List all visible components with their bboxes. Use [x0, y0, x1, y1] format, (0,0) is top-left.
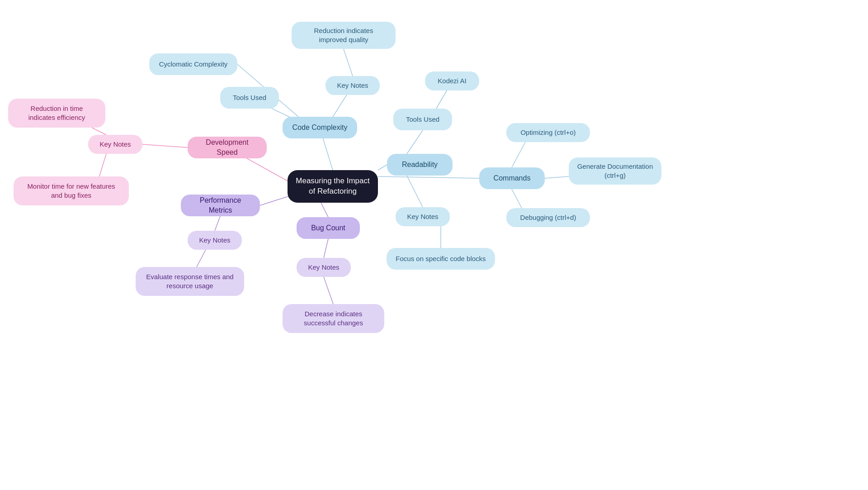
svg-line-4	[344, 49, 353, 76]
tools-used-blue: Tools Used	[220, 87, 279, 109]
decrease-changes: Decrease indicates successful changes	[283, 304, 384, 333]
svg-line-13	[324, 239, 328, 258]
svg-line-16	[407, 130, 423, 154]
optimizing: Optimizing (ctrl+o)	[506, 123, 590, 142]
svg-line-18	[407, 176, 423, 207]
performance-metrics: Performance Metrics	[181, 195, 260, 216]
svg-line-12	[321, 203, 328, 217]
commands: Commands	[479, 167, 545, 189]
cyclomatic-complexity: Cyclomatic Complexity	[149, 53, 237, 75]
key-notes-purple: Key Notes	[188, 231, 242, 250]
kodezi-ai: Kodezi AI	[425, 71, 479, 90]
svg-line-10	[215, 216, 220, 231]
evaluate-response: Evaluate response times and resource usa…	[136, 267, 244, 296]
key-notes-pink: Key Notes	[88, 135, 142, 154]
svg-line-11	[197, 250, 206, 267]
readability: Readability	[387, 154, 453, 176]
svg-line-22	[545, 176, 569, 178]
code-complexity: Code Complexity	[283, 117, 357, 138]
reduction-efficiency: Reduction in time indicates efficiency	[8, 99, 105, 128]
svg-line-14	[324, 277, 333, 304]
svg-line-7	[92, 128, 106, 135]
reduction-quality: Reduction indicates improved quality	[292, 22, 396, 49]
generate-doc: Generate Documentation (ctrl+g)	[569, 157, 661, 185]
key-notes-bug: Key Notes	[297, 258, 351, 277]
svg-line-20	[378, 176, 479, 178]
key-notes-blue-top: Key Notes	[326, 76, 380, 95]
svg-line-15	[378, 165, 387, 170]
svg-line-21	[512, 142, 525, 167]
key-notes-readability: Key Notes	[396, 207, 450, 226]
tools-used-readability: Tools Used	[393, 109, 452, 130]
bug-count: Bug Count	[297, 217, 360, 239]
focus-code-blocks: Focus on specific code blocks	[387, 248, 495, 270]
development-speed: Development Speed	[188, 137, 267, 158]
center-node: Measuring the Impact of Refactoring	[288, 170, 378, 203]
debugging: Debugging (ctrl+d)	[506, 208, 590, 227]
monitor-time: Monitor time for new features and bug fi…	[14, 176, 129, 205]
svg-line-6	[142, 144, 188, 147]
